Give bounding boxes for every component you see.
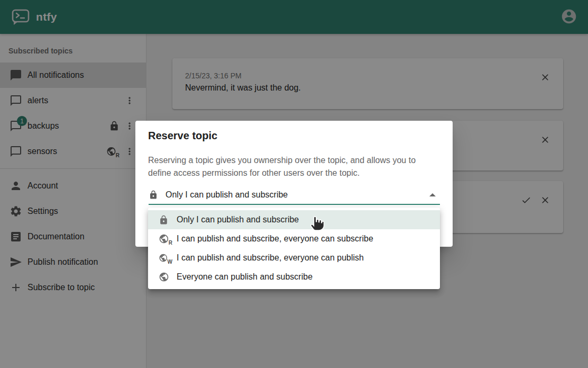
menu-item-label: Only I can publish and subscribe [177, 215, 299, 225]
menu-item-everyone-can-subscribe[interactable]: R I can publish and subscribe, everyone … [148, 229, 440, 248]
select-value: Only I can publish and subscribe [166, 190, 288, 200]
access-permission-menu: Only I can publish and subscribe R I can… [148, 208, 440, 289]
chevron-up-icon [429, 193, 436, 196]
menu-item-label: I can publish and subscribe, everyone ca… [177, 234, 373, 244]
menu-item-private[interactable]: Only I can publish and subscribe [148, 210, 440, 229]
menu-item-label: Everyone can publish and subscribe [177, 272, 313, 282]
lock-icon [149, 190, 158, 200]
menu-item-public[interactable]: Everyone can publish and subscribe [148, 267, 440, 286]
ntfy-app: ntfy Subscribed topics All notifications… [0, 0, 588, 368]
dialog-description: Reserving a topic gives you ownership ov… [148, 154, 440, 179]
dialog-title: Reserve topic [148, 130, 217, 142]
menu-item-everyone-can-publish[interactable]: W I can publish and subscribe, everyone … [148, 248, 440, 267]
menu-item-label: I can publish and subscribe, everyone ca… [177, 253, 364, 263]
globe-icon [159, 272, 172, 282]
globe-read-icon: R [159, 234, 172, 244]
access-permission-select[interactable]: Only I can publish and subscribe [149, 186, 440, 205]
lock-icon [159, 215, 172, 225]
globe-write-icon: W [159, 253, 172, 263]
